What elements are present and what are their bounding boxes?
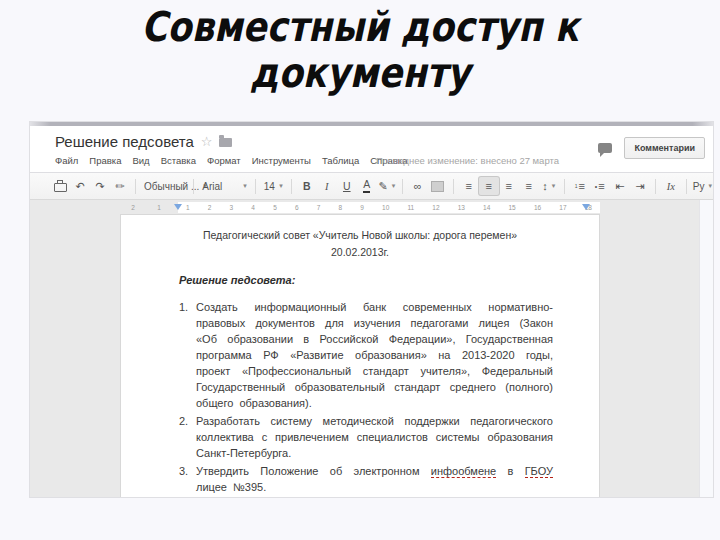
- menu-item[interactable]: Инструменты: [252, 155, 311, 166]
- document-area: 21 123456789101112131415161718 Педагогич…: [30, 200, 713, 497]
- ruler-number: 5: [273, 204, 277, 211]
- menu-item[interactable]: Формат: [207, 155, 241, 166]
- ruler-number: 10: [382, 204, 389, 211]
- list-item: 3. Утвердить Положение об электронном ин…: [179, 463, 553, 495]
- numbered-list-button[interactable]: ≡: [570, 177, 590, 195]
- toolbar-divider: [655, 179, 656, 194]
- align-right-button[interactable]: ≡: [499, 177, 519, 195]
- clear-formatting-button[interactable]: Ix: [661, 177, 681, 195]
- toolbar-divider: [686, 179, 687, 194]
- ruler-number: 3: [230, 204, 234, 211]
- ruler-number: 2: [208, 204, 212, 211]
- italic-button[interactable]: I: [317, 177, 337, 195]
- menu-item[interactable]: Вид: [132, 155, 149, 166]
- text-fragment: в: [496, 465, 524, 477]
- ruler-number: 13: [458, 204, 465, 211]
- bold-button[interactable]: B: [297, 177, 317, 195]
- chevron-down-icon: ▾: [552, 182, 556, 190]
- ruler-number: 7: [317, 204, 321, 211]
- list-item: 2. Разработать систему методической подд…: [179, 413, 553, 461]
- menu-item[interactable]: Правка: [89, 155, 121, 166]
- slide-title: Совместный доступ к документу: [50, 4, 669, 97]
- ruler-number: 12: [432, 204, 439, 211]
- slide-title-line2: документу: [50, 50, 669, 96]
- input-tools-dropdown[interactable]: Ру▾: [692, 177, 713, 195]
- ruler-number: 4: [251, 204, 255, 211]
- chevron-down-icon: ▾: [243, 182, 247, 190]
- ruler-number: 9: [360, 204, 364, 211]
- misspelled-word: ГБОУ: [525, 465, 553, 478]
- document-page[interactable]: Педагогический совет «Учитель Новой школ…: [120, 214, 600, 497]
- document-title[interactable]: Решение педсовета: [55, 133, 194, 150]
- slide-title-line1: Совместный доступ к: [50, 4, 669, 50]
- line-spacing-icon: ↕: [542, 181, 548, 192]
- last-edit-link[interactable]: Последнее изменение: внесено 27 марта: [376, 155, 559, 166]
- chevron-down-icon: ▾: [279, 182, 283, 190]
- ruler-number: 11: [407, 204, 414, 211]
- google-docs-screenshot: Решение педсовета ☆ ФайлПравкаВидВставка…: [30, 122, 713, 497]
- align-left-button[interactable]: ≡: [459, 177, 479, 195]
- paint-format-button[interactable]: ✏: [110, 177, 130, 195]
- list-number: 3.: [179, 463, 196, 495]
- doc-heading-line1: Педагогический совет «Учитель Новой школ…: [121, 227, 599, 244]
- line-spacing-button[interactable]: ↕▾: [539, 177, 559, 195]
- font-dropdown[interactable]: Arial▾: [199, 177, 249, 195]
- text-fragment: Утвердить Положение об электронном: [196, 465, 431, 477]
- ruler-number: 14: [483, 204, 490, 211]
- doc-title-row: Решение педсовета ☆: [55, 133, 232, 150]
- redo-button[interactable]: ↷: [90, 177, 110, 195]
- ruler-number: 17: [559, 204, 566, 211]
- highlight-icon: ✎: [378, 181, 387, 192]
- comments-button[interactable]: Комментарии: [624, 137, 705, 159]
- ruler-number: 15: [509, 204, 516, 211]
- print-icon: [54, 183, 67, 192]
- font-value: Arial: [202, 181, 222, 192]
- styles-dropdown[interactable]: Обычный ...▾: [141, 177, 188, 195]
- list-item-text: Разработать систему методической поддерж…: [196, 413, 553, 461]
- toolbar-divider: [291, 179, 292, 194]
- vertical-scrollbar[interactable]: [699, 200, 713, 497]
- menu-item[interactable]: Вставка: [161, 155, 196, 166]
- undo-button[interactable]: ↶: [70, 177, 90, 195]
- comment-icon[interactable]: [598, 143, 612, 153]
- ruler-number: 16: [534, 204, 541, 211]
- text-color-icon: A: [363, 179, 370, 193]
- toolbar-divider: [564, 179, 565, 194]
- bulleted-list-button[interactable]: ≡: [590, 177, 610, 195]
- menu-item[interactable]: Таблица: [322, 155, 359, 166]
- left-indent-marker[interactable]: [174, 204, 182, 210]
- align-center-button[interactable]: ≡: [479, 177, 499, 195]
- ruler-number: 1: [157, 204, 161, 211]
- toolbar-divider: [193, 179, 194, 194]
- font-size-dropdown[interactable]: 14▾: [261, 177, 286, 195]
- text-fragment: лицее №395.: [196, 481, 266, 493]
- increase-indent-button[interactable]: ⇥: [630, 177, 650, 195]
- input-tools-value: Ру: [693, 181, 705, 192]
- menu-item[interactable]: Файл: [55, 155, 78, 166]
- print-button[interactable]: [50, 177, 70, 195]
- insert-image-button[interactable]: [428, 177, 448, 195]
- ruler: 21 123456789101112131415161718: [120, 202, 600, 213]
- chevron-down-icon: ▾: [392, 182, 396, 190]
- decrease-indent-button[interactable]: ⇤: [610, 177, 630, 195]
- ruler-number: 1: [186, 204, 190, 211]
- toolbar-divider: [453, 179, 454, 194]
- right-indent-marker[interactable]: [582, 204, 590, 210]
- text-color-button[interactable]: A: [357, 177, 377, 195]
- ruler-number: 6: [295, 204, 299, 211]
- toolbar-divider: [135, 179, 136, 194]
- underline-button[interactable]: U: [337, 177, 357, 195]
- ruler-margin-numbers: 21: [120, 202, 178, 213]
- align-justify-button[interactable]: ≡: [519, 177, 539, 195]
- list-item-text: Утвердить Положение об электронном инфоо…: [196, 463, 553, 495]
- folder-icon[interactable]: [219, 138, 232, 147]
- font-size-value: 14: [264, 181, 275, 192]
- toolbar-divider: [402, 179, 403, 194]
- insert-link-button[interactable]: ∞: [408, 177, 428, 195]
- star-icon[interactable]: ☆: [201, 135, 213, 148]
- toolbar-divider: [255, 179, 256, 194]
- menu-bar: ФайлПравкаВидВставкаФорматИнструментыТаб…: [55, 155, 407, 166]
- misspelled-word: инфообмене: [431, 465, 496, 478]
- image-icon: [431, 181, 444, 192]
- highlight-button[interactable]: ✎▾: [377, 177, 397, 195]
